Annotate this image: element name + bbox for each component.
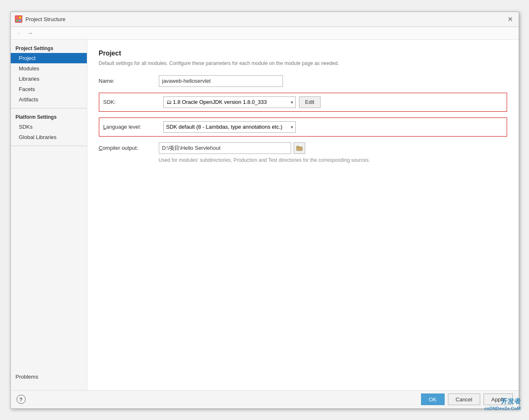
sidebar-item-global-libraries[interactable]: Global Libraries (11, 132, 87, 142)
content-description: Default settings for all modules. Config… (99, 60, 507, 67)
sidebar-item-modules[interactable]: Modules (11, 63, 87, 74)
language-level-select-container: SDK default (8 - Lambdas, type annotatio… (163, 121, 296, 133)
sdk-label: SDK: (103, 99, 163, 105)
sidebar-divider (11, 108, 87, 108)
sidebar: Project Settings Project Modules Librari… (11, 40, 87, 390)
cancel-button[interactable]: Cancel (448, 394, 480, 405)
sdk-label-text: SDK: (103, 99, 116, 105)
back-button[interactable]: ← (15, 29, 24, 38)
compiler-label-rest: ompiler output: (103, 145, 138, 151)
language-label-rest: anguage level: (106, 124, 141, 130)
help-button[interactable]: ? (17, 395, 26, 404)
name-input[interactable] (159, 75, 283, 87)
compiler-label-c: C (99, 145, 103, 151)
svg-rect-3 (19, 19, 21, 22)
project-settings-label: Project Settings (11, 43, 87, 53)
content-title: Project (99, 50, 507, 57)
compiler-input-wrap (159, 142, 305, 154)
sdk-edit-button[interactable]: Edit (299, 96, 321, 108)
svg-rect-2 (16, 19, 18, 22)
sidebar-item-artifacts[interactable]: Artifacts (11, 94, 87, 105)
name-row: Name: (99, 75, 507, 87)
titlebar-left: Project Structure (15, 15, 66, 23)
platform-settings-label: Platform Settings (11, 112, 87, 122)
sidebar-item-sdks[interactable]: SDKs (11, 122, 87, 132)
sdk-box: SDK: 🗂 1.8 Oracle OpenJDK version 1.8.0_… (99, 93, 507, 112)
content-area: Project Default settings for all modules… (87, 40, 519, 390)
svg-rect-1 (19, 17, 21, 19)
compiler-output-input[interactable] (159, 142, 291, 154)
svg-rect-0 (16, 17, 18, 19)
sidebar-spacer (11, 149, 87, 372)
footer-left: ? (17, 395, 26, 404)
sidebar-item-project[interactable]: Project (11, 53, 87, 63)
app-icon (15, 15, 22, 23)
sdk-select-container: 🗂 1.8 Oracle OpenJDK version 1.8.0_333 (163, 96, 296, 108)
ok-button[interactable]: OK (421, 394, 445, 405)
close-button[interactable]: ✕ (506, 15, 515, 23)
svg-rect-5 (297, 146, 299, 147)
compiler-hint: Used for modules' subdirectories, Produc… (159, 157, 507, 163)
nav-bar: ← → (11, 27, 519, 40)
folder-browse-button[interactable] (294, 142, 305, 154)
watermark: 开发者 csDNDevZe.CoM (484, 397, 521, 411)
sidebar-divider-2 (11, 146, 87, 146)
language-level-box: Language level: SDK default (8 - Lambdas… (99, 118, 507, 137)
language-label-l: L (103, 124, 106, 130)
name-label: Name: (99, 78, 159, 84)
sidebar-item-problems[interactable]: Problems (11, 372, 87, 382)
sdk-select[interactable]: 🗂 1.8 Oracle OpenJDK version 1.8.0_333 (163, 96, 296, 108)
main-content: Project Settings Project Modules Librari… (11, 40, 519, 390)
forward-button[interactable]: → (26, 29, 35, 38)
footer: ? OK Cancel Apply (11, 390, 519, 408)
project-structure-window: Project Structure ✕ ← → Project Settings… (10, 12, 519, 409)
window-title: Project Structure (26, 16, 66, 22)
sidebar-item-facets[interactable]: Facets (11, 84, 87, 94)
titlebar: Project Structure ✕ (11, 12, 519, 27)
sdk-select-wrap: 🗂 1.8 Oracle OpenJDK version 1.8.0_333 E… (163, 96, 321, 108)
compiler-output-label: Compiler output: (99, 145, 159, 151)
sidebar-item-libraries[interactable]: Libraries (11, 74, 87, 84)
compiler-output-row: Compiler output: (99, 142, 507, 154)
language-level-label: Language level: (103, 124, 163, 130)
language-level-select[interactable]: SDK default (8 - Lambdas, type annotatio… (163, 121, 296, 133)
